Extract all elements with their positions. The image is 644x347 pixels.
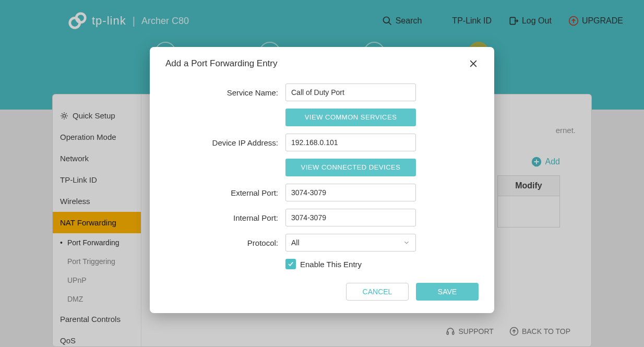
view-connected-devices-button[interactable]: VIEW CONNECTED DEVICES (285, 159, 416, 176)
label-internal-port: Internal Port: (165, 213, 285, 222)
label-enable-entry: Enable This Entry (300, 260, 362, 269)
cancel-button[interactable]: CANCEL (346, 283, 409, 301)
close-icon[interactable] (468, 58, 479, 69)
label-device-ip: Device IP Address: (165, 138, 285, 147)
select-protocol-value: All (291, 238, 300, 247)
check-icon (287, 260, 294, 268)
save-button[interactable]: SAVE (416, 283, 479, 301)
chevron-down-icon (403, 239, 410, 246)
select-protocol[interactable]: All (285, 234, 416, 252)
input-service-name[interactable] (285, 83, 416, 101)
checkbox-enable-entry[interactable] (285, 259, 296, 269)
label-service-name: Service Name: (165, 88, 285, 97)
label-protocol: Protocol: (165, 238, 285, 247)
input-external-port[interactable] (285, 184, 416, 201)
view-common-services-button[interactable]: VIEW COMMON SERVICES (285, 109, 416, 126)
modal-title: Add a Port Forwarding Entry (165, 58, 277, 69)
label-external-port: External Port: (165, 188, 285, 197)
port-forwarding-modal: Add a Port Forwarding Entry Service Name… (150, 47, 494, 313)
input-internal-port[interactable] (285, 209, 416, 226)
input-device-ip[interactable] (285, 134, 416, 151)
